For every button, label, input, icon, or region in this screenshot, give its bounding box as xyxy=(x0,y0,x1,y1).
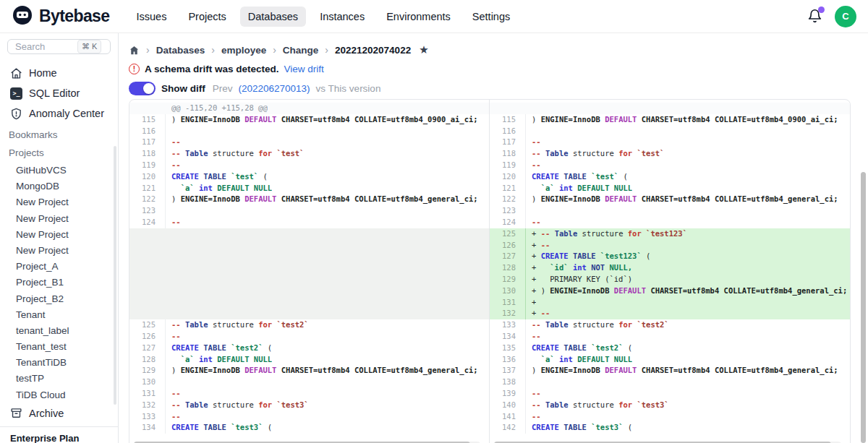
prev-version-link[interactable]: (202206270013) xyxy=(239,83,310,94)
sidebar-project-item[interactable]: Project_B2 xyxy=(0,291,118,307)
sidebar-project-item[interactable]: tenant_label xyxy=(0,323,118,339)
prev-label: Prev xyxy=(213,83,233,94)
nav-issues[interactable]: Issues xyxy=(128,7,174,27)
sidebar-project-item[interactable]: Tenant xyxy=(0,307,118,323)
diff-line: 119-- xyxy=(129,160,489,171)
sidebar-project-item[interactable]: GitHubVCS xyxy=(0,163,118,179)
diff-line: 139-- xyxy=(490,388,850,400)
page-vertical-scrollbar[interactable] xyxy=(861,172,866,443)
nav-projects[interactable]: Projects xyxy=(180,7,234,27)
diff-left-pane: @@ -115,20 +115,28 @@115) ENGINE=InnoDB … xyxy=(129,100,490,443)
line-number: 135 xyxy=(490,343,526,354)
alert-text: A schema drift was detected. xyxy=(145,64,279,74)
line-number: 119 xyxy=(129,160,166,171)
sidebar-project-item[interactable]: Project_B1 xyxy=(0,275,118,291)
sidebar-project-item[interactable]: New Project xyxy=(0,243,118,259)
search-box[interactable]: ⌘ K xyxy=(7,39,111,54)
diff-line: 118-- Table structure for `test` xyxy=(129,148,489,160)
line-number: 121 xyxy=(490,183,526,194)
nav-settings[interactable]: Settings xyxy=(464,7,518,27)
diff-line: 124-- xyxy=(490,217,850,228)
line-number: 118 xyxy=(490,148,526,160)
sidebar-project-item[interactable]: Tenant_test xyxy=(0,339,118,355)
nav-databases[interactable]: Databases xyxy=(240,7,306,27)
show-diff-toggle[interactable] xyxy=(129,82,156,95)
sidebar-project-item[interactable]: TiDB Cloud xyxy=(0,387,118,403)
line-number: 129 xyxy=(490,274,526,285)
line-number: 115 xyxy=(490,114,526,126)
diff-line: 120CREATE TABLE `test` ( xyxy=(490,171,850,183)
line-number xyxy=(129,228,166,240)
sidebar-project-item[interactable]: TenantTiDB xyxy=(0,355,118,371)
diff-line: 117-- xyxy=(129,137,489,148)
nav-environments[interactable]: Environments xyxy=(378,7,459,27)
line-number: 127 xyxy=(490,251,526,262)
search-input[interactable] xyxy=(14,40,75,53)
diff-line: 117-- xyxy=(490,137,850,148)
sidebar-project-item[interactable]: MongoDB xyxy=(0,179,118,194)
bytebase-logo[interactable]: Bytebase xyxy=(12,4,109,29)
archive-icon xyxy=(10,407,22,419)
diff-line: 129+ PRIMARY KEY (`id`) xyxy=(490,274,850,285)
sidebar-item-anomaly-center[interactable]: Anomaly Center xyxy=(0,103,118,124)
main-nav: IssuesProjectsDatabasesInstancesEnvironm… xyxy=(128,7,518,27)
diff-controls: Show diff Prev (202206270013) vs This ve… xyxy=(119,74,868,95)
sidebar-item-home[interactable]: Home xyxy=(0,63,118,83)
diff-right-pane: 115) ENGINE=InnoDB DEFAULT CHARSET=utf8m… xyxy=(490,100,850,443)
line-number: 122 xyxy=(129,194,166,205)
schema-drift-alert: ! A schema drift was detected. View drif… xyxy=(119,56,868,74)
diff-line: 138 xyxy=(490,377,850,388)
diff-line: 130 xyxy=(129,377,489,388)
brand-name: Bytebase xyxy=(39,7,109,26)
diff-line: 120CREATE TABLE `test` ( xyxy=(129,171,489,183)
line-number: 120 xyxy=(490,171,526,183)
sidebar-project-item[interactable]: New Project xyxy=(0,227,118,243)
topbar-right: C xyxy=(807,6,856,27)
breadcrumb-home-icon[interactable] xyxy=(129,45,140,56)
diff-line: 124-- xyxy=(129,217,489,228)
sidebar-project-item[interactable]: testTP xyxy=(0,371,118,387)
sidebar-item-archive[interactable]: Archive xyxy=(0,403,118,423)
chevron-right-icon: › xyxy=(325,44,328,56)
vs-label: vs This version xyxy=(316,83,381,94)
diff-line: 134CREATE TABLE `test3` ( xyxy=(129,422,489,434)
breadcrumb-item[interactable]: Databases xyxy=(156,45,205,56)
avatar[interactable]: C xyxy=(835,6,856,27)
line-number: 139 xyxy=(490,388,526,400)
diff-line: 127CREATE TABLE `test2` ( xyxy=(129,343,489,354)
view-drift-link[interactable]: View drift xyxy=(284,64,324,74)
line-number: 119 xyxy=(490,160,526,171)
breadcrumb: ›Databases›employee›Change›2022120207402… xyxy=(119,33,868,56)
line-number: 128 xyxy=(129,354,166,366)
chevron-right-icon: › xyxy=(273,44,276,56)
diff-line: 115) ENGINE=InnoDB DEFAULT CHARSET=utf8m… xyxy=(129,114,489,126)
sidebar-scrollbar[interactable] xyxy=(114,146,116,405)
diff-line: 141-- xyxy=(490,411,850,423)
line-number: 123 xyxy=(490,205,526,217)
sidebar-project-item[interactable]: Project_A xyxy=(0,259,118,275)
breadcrumb-item[interactable]: Change xyxy=(283,45,319,56)
diff-line: 125+ -- Table structure for `test123` xyxy=(490,228,850,240)
breadcrumb-item[interactable]: 20221202074022 xyxy=(335,45,411,56)
projects-section-label: Projects xyxy=(0,142,118,160)
notifications-button[interactable] xyxy=(807,9,823,25)
chevron-right-icon: › xyxy=(211,44,215,56)
sidebar-item-sql-editor[interactable]: >_ SQL Editor xyxy=(0,83,118,103)
sidebar-item-label: SQL Editor xyxy=(29,87,80,99)
line-number: 131 xyxy=(490,297,526,309)
breadcrumb-item[interactable]: employee xyxy=(221,45,266,56)
line-number: 117 xyxy=(129,137,166,148)
diff-line: 122) ENGINE=InnoDB DEFAULT CHARSET=utf8m… xyxy=(129,194,489,205)
sidebar-project-item[interactable]: New Project xyxy=(0,194,118,210)
line-number: 132 xyxy=(490,308,526,319)
star-icon[interactable]: ★ xyxy=(419,43,428,56)
sidebar-project-item[interactable]: New Project xyxy=(0,211,118,227)
line-number xyxy=(129,103,166,114)
nav-instances[interactable]: Instances xyxy=(312,7,373,27)
line-number: 138 xyxy=(490,377,526,388)
diff-line: 136 `a` int DEFAULT NULL xyxy=(490,354,850,366)
main-content: ›Databases›employee›Change›2022120207402… xyxy=(119,33,868,443)
projects-list: GitHubVCSMongoDBNew ProjectNew ProjectNe… xyxy=(0,160,118,403)
line-number: 140 xyxy=(490,400,526,411)
bytebase-logo-icon xyxy=(12,4,33,29)
